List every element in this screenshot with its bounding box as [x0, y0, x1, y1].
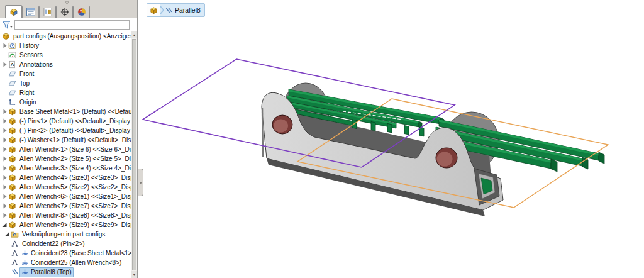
tree-row[interactable]: Origin	[0, 97, 131, 107]
part-icon	[8, 174, 16, 182]
plane-icon	[8, 70, 16, 78]
tree-row[interactable]: AAnnotations	[0, 60, 131, 69]
tree-row-selection: Origin	[17, 97, 39, 108]
tree-row[interactable]: Allen Wrench<5> (Size2) <<Size2>_Display…	[0, 182, 131, 192]
tree-row[interactable]: Allen Wrench<9> (Size9) <<Size9>_Display…	[0, 220, 131, 230]
pin-right[interactable]	[436, 148, 457, 168]
configurationmanager-tab-icon	[42, 7, 53, 17]
featuremanager-tabbar	[0, 6, 138, 18]
expander-collapsed-icon[interactable]	[1, 60, 8, 69]
tree-row[interactable]: Verknüpfungen in part configs	[0, 230, 131, 239]
tab-propertymanager-tab[interactable]	[22, 6, 39, 18]
tree-row[interactable]: Coincident22 (Pin<2>)	[0, 239, 131, 248]
tree-row[interactable]: Coincident25 (Allen Wrench<8>)	[0, 258, 131, 267]
tree-row-selection: Allen Wrench<5> (Size2) <<Size2>_Display…	[17, 182, 131, 192]
tree-row-label: Front	[19, 70, 34, 77]
expander-collapsed-icon[interactable]	[1, 164, 8, 172]
tree-row-selection: Coincident23 (Base Sheet Metal<1>	[19, 248, 131, 259]
tree-row[interactable]: Allen Wrench<1> (Size 6) <<Size 6>_Displ…	[0, 145, 131, 154]
tree-row[interactable]: (-) Pin<1> (Default) <<Default>_Display …	[0, 116, 131, 126]
graphics-viewport[interactable]: Parallel8	[138, 0, 644, 278]
tree-row-label: Allen Wrench<5> (Size2) <<Size2>_Display…	[19, 184, 131, 191]
tree-row[interactable]: Allen Wrench<4> (Size3) <<Size3>_Display…	[0, 173, 131, 182]
expander-collapsed-icon[interactable]	[1, 155, 8, 163]
tab-dimxpertmanager-tab[interactable]	[56, 6, 73, 18]
mate-fixed-icon	[21, 259, 29, 267]
plane-icon	[8, 89, 16, 97]
scrollbar-thumb[interactable]	[132, 39, 136, 270]
tab-featuremanager-tab[interactable]	[5, 5, 22, 18]
tree-row[interactable]: part configs (Ausgangsposition) <Anzeige…	[0, 31, 131, 41]
filter-funnel-icon[interactable]	[2, 20, 13, 30]
expander-collapsed-icon[interactable]	[1, 183, 8, 191]
tree-row-label: Allen Wrench<7> (Size7) <<Size7>_Display…	[19, 203, 131, 209]
tree-row-label: Top	[19, 80, 30, 87]
tree-row-label: Origin	[19, 99, 36, 106]
tree-row[interactable]: Allen Wrench<8> (Size8) <<Size8>_Display…	[0, 211, 131, 220]
tree-row-selection: Coincident22 (Pin<2>)	[19, 239, 87, 249]
mate-coincident-icon	[11, 259, 19, 267]
bracket-left-edge	[262, 108, 263, 157]
part-icon	[8, 108, 16, 116]
propertymanager-tab-icon	[25, 7, 36, 17]
tree-row-selection: Parallel8 (Top)	[19, 267, 74, 277]
tree-row-label: Coincident25 (Allen Wrench<8>)	[31, 259, 121, 266]
tree-row[interactable]: Allen Wrench<3> (Size 4) <<Size 4>_Displ…	[0, 164, 131, 173]
chrome-dot	[65, 1, 69, 4]
tab-displaymanager-tab[interactable]	[73, 6, 90, 18]
expander-expanded-icon[interactable]	[4, 230, 11, 238]
selection-breadcrumb[interactable]: Parallel8	[147, 3, 205, 17]
tree-row[interactable]: Coincident23 (Base Sheet Metal<1>	[0, 248, 131, 258]
mate-fixed-icon	[21, 268, 29, 276]
pin-left[interactable]	[272, 115, 292, 134]
tree-row-label: Allen Wrench<9> (Size9) <<Size9>_Display…	[19, 221, 131, 228]
tree-row-selection: (-) Pin<2> (Default) <<Default>_Display …	[17, 126, 131, 136]
tree-row-label: Allen Wrench<2> (Size 5) <<Size 5>_Displ…	[19, 155, 131, 162]
tree-row-label: (-) Pin<1> (Default) <<Default>_Display …	[19, 118, 131, 125]
part-icon	[147, 4, 160, 16]
tree-row[interactable]: Top	[0, 79, 131, 88]
tree-row[interactable]: (-) Washer<1> (Default) <<Default>_Displ…	[0, 135, 131, 145]
expander-collapsed-icon[interactable]	[1, 136, 8, 144]
tree-row[interactable]: History	[0, 41, 131, 50]
tree-row[interactable]: Right	[0, 88, 131, 97]
expander-collapsed-icon[interactable]	[1, 42, 8, 50]
tree-row-selection: Top	[17, 79, 32, 89]
tree-row[interactable]: Front	[0, 69, 131, 79]
tree-row[interactable]: Allen Wrench<6> (Size1) <<Size1>_Display…	[0, 192, 131, 201]
displaymanager-tab-icon	[76, 7, 87, 17]
part-icon	[8, 117, 16, 125]
expander-collapsed-icon[interactable]	[1, 126, 8, 135]
tree-row[interactable]: Parallel8 (Top)	[0, 267, 131, 277]
tree-row-label: Right	[19, 89, 34, 96]
tree-row[interactable]: (-) Pin<2> (Default) <<Default>_Display …	[0, 126, 131, 135]
expander-collapsed-icon[interactable]	[1, 202, 8, 210]
panel-splitter[interactable]	[138, 169, 143, 196]
part-icon	[2, 32, 10, 40]
part-icon	[8, 164, 16, 172]
scrollbar-up-icon[interactable]: ▲	[131, 31, 137, 38]
tab-configurationmanager-tab[interactable]	[39, 6, 56, 18]
expander-collapsed-icon[interactable]	[1, 211, 8, 220]
tree-row-selection: History	[17, 41, 42, 51]
tree-row-selection: Front	[17, 69, 36, 79]
tree-row-label: History	[19, 42, 39, 49]
expander-collapsed-icon[interactable]	[1, 145, 8, 153]
tree-row[interactable]: Sensors	[0, 50, 131, 60]
history-icon	[8, 42, 16, 50]
part-icon	[8, 136, 16, 144]
expander-collapsed-icon[interactable]	[1, 108, 8, 116]
tree-row-selection: Annotations	[17, 60, 55, 70]
tree-scrollbar[interactable]: ▲ ▼	[131, 31, 137, 278]
part-icon	[8, 221, 16, 229]
scrollbar-down-icon[interactable]: ▼	[131, 271, 137, 278]
tree-filter-input[interactable]	[14, 20, 130, 30]
expander-collapsed-icon[interactable]	[1, 117, 8, 125]
tree-row-selection: part configs (Ausgangsposition) <Anzeige…	[11, 31, 131, 42]
expander-expanded-icon[interactable]	[1, 221, 8, 229]
tree-row[interactable]: Allen Wrench<7> (Size7) <<Size7>_Display…	[0, 201, 131, 211]
expander-collapsed-icon[interactable]	[1, 192, 8, 201]
tree-row[interactable]: Allen Wrench<2> (Size 5) <<Size 5>_Displ…	[0, 154, 131, 164]
expander-collapsed-icon[interactable]	[1, 174, 8, 182]
tree-row[interactable]: Base Sheet Metal<1> (Default) <<Default>…	[0, 107, 131, 116]
